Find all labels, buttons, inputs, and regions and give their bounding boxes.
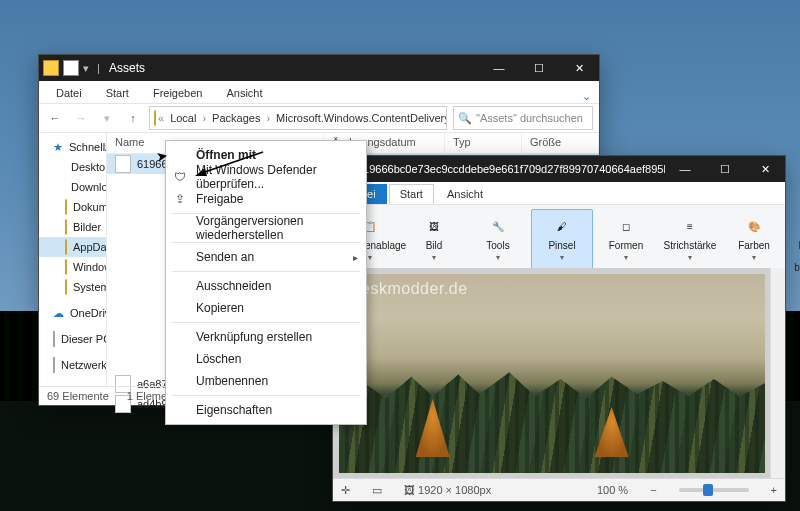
- ribbon-mit-paint-3d-bearbeiten[interactable]: 🅿Mit Paint 3D bearbeiten: [787, 209, 800, 277]
- image-dimensions: 1920 × 1080px: [418, 484, 491, 496]
- ribbon-icon: 🔧: [486, 214, 510, 238]
- ribbon-icon: ◻: [614, 214, 638, 238]
- status-count: 69 Elemente: [47, 390, 109, 402]
- nav-up[interactable]: ↑: [123, 108, 143, 128]
- explorer-sidebar: ★Schnellzugriff Desktop📌 Downloads📌 Doku…: [39, 133, 107, 387]
- menu-item[interactable]: Senden an: [166, 246, 366, 268]
- ribbon-icon: 🖼: [422, 214, 446, 238]
- zoom-value: 100 %: [597, 484, 628, 496]
- tab-start[interactable]: Start: [389, 184, 434, 204]
- folder-icon: [65, 259, 67, 275]
- folder-icon: [65, 219, 67, 235]
- file-icon: [115, 155, 131, 173]
- tab-freigeben[interactable]: Freigeben: [142, 83, 214, 103]
- qat-separator: |: [93, 62, 100, 74]
- nav-recent[interactable]: ▾: [97, 108, 117, 128]
- cursor-pos-icon: ✛: [341, 484, 350, 497]
- image-trees: [339, 364, 765, 473]
- zoom-slider[interactable]: [679, 488, 749, 492]
- folder-icon: [43, 60, 59, 76]
- annotation-arrow: [195, 150, 265, 180]
- paint-canvas-area[interactable]: Deskmodder.de: [333, 268, 771, 479]
- nav-back[interactable]: ←: [45, 108, 65, 128]
- tab-datei[interactable]: Datei: [45, 83, 93, 103]
- minimize-button[interactable]: ―: [665, 156, 705, 182]
- network-icon: [53, 357, 55, 373]
- menu-item[interactable]: Verknüpfung erstellen: [166, 326, 366, 348]
- crumb[interactable]: Local: [166, 112, 200, 124]
- zoom-out-button[interactable]: −: [650, 484, 656, 496]
- sidebar-network[interactable]: Netzwerk: [39, 355, 106, 375]
- svg-marker-1: [195, 168, 207, 176]
- folder-icon: [65, 199, 67, 215]
- ribbon-pinsel[interactable]: 🖌Pinsel▾: [531, 209, 593, 277]
- close-button[interactable]: ✕: [745, 156, 785, 182]
- menu-item[interactable]: Vorgängerversionen wiederherstellen: [166, 217, 366, 239]
- paint-ribbon-tabs: Datei Start Ansicht: [333, 182, 785, 205]
- qat-dropdown[interactable]: ▾: [83, 62, 89, 75]
- nav-forward[interactable]: →: [71, 108, 91, 128]
- mouse-cursor: ➤: [155, 147, 170, 165]
- explorer-ribbon-tabs: Datei Start Freigeben Ansicht ⌄: [39, 81, 599, 104]
- sidebar-item-documents[interactable]: Dokumente📌: [39, 197, 106, 217]
- ribbon-icon: ≡: [678, 214, 702, 238]
- selection-icon: ▭: [372, 484, 382, 497]
- search-input[interactable]: 🔍 "Assets" durchsuchen: [453, 106, 593, 130]
- crumb[interactable]: Microsoft.Windows.ContentDeliveryManager…: [272, 112, 447, 124]
- paint-window: 🎨 619666bc0e73ec9ccddebe9e661f709d27f899…: [332, 155, 786, 502]
- sidebar-item-pictures[interactable]: Bilder📌: [39, 217, 106, 237]
- pc-icon: [53, 331, 55, 347]
- maximize-button[interactable]: ☐: [705, 156, 745, 182]
- ribbon-strichstärke[interactable]: ≡Strichstärke▾: [659, 209, 721, 277]
- col-size[interactable]: Größe: [522, 133, 599, 153]
- sidebar-item-downloads[interactable]: Downloads📌: [39, 177, 106, 197]
- menu-item[interactable]: Kopieren: [166, 297, 366, 319]
- paint-title: 619666bc0e73ec9ccddebe9e661f709d27f89970…: [355, 163, 665, 175]
- paint-titlebar[interactable]: 🎨 619666bc0e73ec9ccddebe9e661f709d27f899…: [333, 156, 785, 182]
- ribbon-farben[interactable]: 🎨Farben▾: [723, 209, 785, 277]
- ribbon-tools[interactable]: 🔧Tools▾: [467, 209, 529, 277]
- sidebar-quick-access[interactable]: ★Schnellzugriff: [39, 137, 106, 157]
- sidebar-item-windows[interactable]: Windows📌: [39, 257, 106, 277]
- svg-line-0: [199, 152, 263, 174]
- sidebar-item-desktop[interactable]: Desktop📌: [39, 157, 106, 177]
- ribbon-icon: 🖌: [550, 214, 574, 238]
- search-icon: 🔍: [458, 112, 472, 125]
- window-title: Assets: [39, 61, 479, 75]
- col-type[interactable]: Typ: [445, 133, 522, 153]
- sidebar-item-appdata[interactable]: AppData📌: [39, 237, 106, 257]
- menu-item[interactable]: ⇪Freigabe: [166, 188, 366, 210]
- scrollbar-vertical[interactable]: [770, 268, 785, 479]
- ribbon-bild[interactable]: 🖼Bild▾: [403, 209, 465, 277]
- address-bar[interactable]: « Local› Packages› Microsoft.Windows.Con…: [149, 106, 447, 130]
- menu-item[interactable]: Löschen: [166, 348, 366, 370]
- tab-start[interactable]: Start: [95, 83, 140, 103]
- menu-item[interactable]: Eigenschaften: [166, 399, 366, 421]
- sidebar-item-system32[interactable]: System32📌: [39, 277, 106, 297]
- tab-ansicht[interactable]: Ansicht: [215, 83, 273, 103]
- menu-item[interactable]: Umbenennen: [166, 370, 366, 392]
- maximize-button[interactable]: ☐: [519, 55, 559, 81]
- qat-button[interactable]: [63, 60, 79, 76]
- image-content: Deskmodder.de: [339, 274, 765, 473]
- quick-access-toolbar: ▾ |: [39, 55, 104, 81]
- menu-item[interactable]: Ausschneiden: [166, 275, 366, 297]
- paint-statusbar: ✛ ▭ 🖼 1920 × 1080px 100 % − +: [333, 478, 785, 501]
- zoom-in-button[interactable]: +: [771, 484, 777, 496]
- ribbon-formen[interactable]: ◻Formen▾: [595, 209, 657, 277]
- ribbon-expand-button[interactable]: ⌄: [574, 90, 599, 103]
- search-placeholder: "Assets" durchsuchen: [472, 112, 583, 124]
- tab-ansicht[interactable]: Ansicht: [436, 184, 494, 204]
- slider-thumb[interactable]: [703, 484, 713, 496]
- menu-icon: 🛡: [172, 170, 188, 184]
- explorer-titlebar[interactable]: ▾ | Assets ― ☐ ✕: [39, 55, 599, 81]
- minimize-button[interactable]: ―: [479, 55, 519, 81]
- sidebar-onedrive[interactable]: ☁OneDrive: [39, 303, 106, 323]
- crumb[interactable]: Packages: [208, 112, 264, 124]
- sidebar-this-pc[interactable]: Dieser PC: [39, 329, 106, 349]
- star-icon: ★: [53, 141, 63, 154]
- folder-icon: [65, 279, 67, 295]
- paint-canvas[interactable]: Deskmodder.de: [339, 274, 765, 473]
- close-button[interactable]: ✕: [559, 55, 599, 81]
- cloud-icon: ☁: [53, 307, 64, 320]
